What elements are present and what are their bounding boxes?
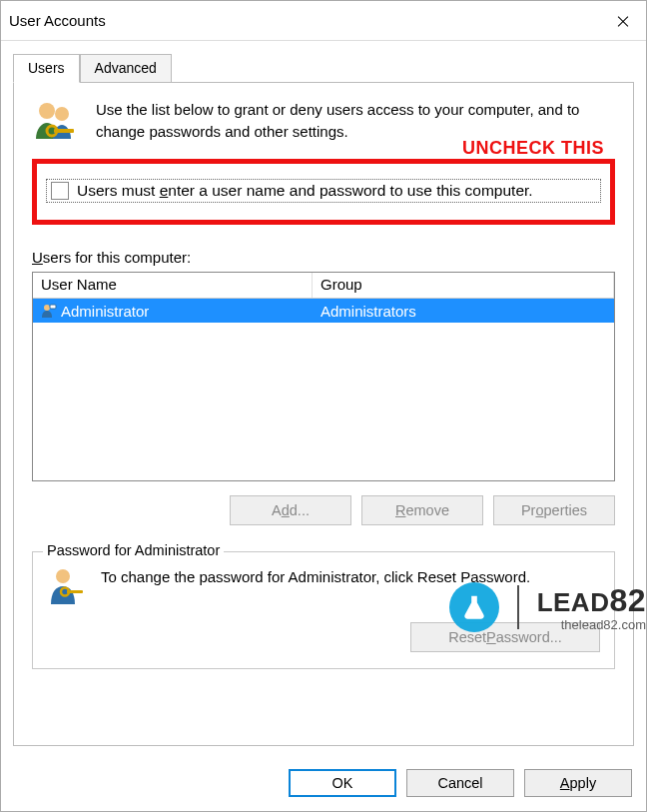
annotation-highlight: UNCHECK THIS Users must enter a user nam… (32, 159, 615, 225)
users-for-computer-label: Users for this computer: (32, 249, 615, 266)
svg-point-0 (39, 103, 55, 119)
close-icon[interactable] (600, 1, 646, 41)
user-buttons-row: Add... Remove Properties (32, 495, 615, 525)
remove-user-button[interactable]: Remove (361, 495, 483, 525)
dialog-footer: OK Cancel Apply (289, 769, 632, 797)
tab-advanced[interactable]: Advanced (80, 54, 172, 82)
user-key-icon (47, 566, 87, 606)
annotation-label: UNCHECK THIS (462, 138, 604, 159)
tab-users-label: Users (28, 60, 65, 76)
list-item[interactable]: Administrator Administrators (33, 299, 614, 323)
password-groupbox: Password for Administrator To change the… (32, 551, 615, 669)
must-enter-password-row[interactable]: Users must enter a user name and passwor… (47, 180, 600, 202)
tab-row: Users Advanced (13, 53, 634, 83)
column-header-username[interactable]: User Name (33, 273, 313, 298)
password-groupbox-legend: Password for Administrator (43, 542, 224, 558)
reset-password-button[interactable]: Reset Password... (410, 622, 600, 652)
users-listview[interactable]: User Name Group (32, 272, 615, 481)
svg-rect-5 (50, 305, 56, 309)
listview-header[interactable]: User Name Group (33, 273, 614, 299)
must-enter-password-label: Users must enter a user name and passwor… (77, 182, 533, 200)
ok-button[interactable]: OK (289, 769, 396, 797)
window-title: User Accounts (9, 12, 106, 29)
password-instruction-text: To change the password for Administrator… (101, 566, 530, 606)
list-item-group: Administrators (313, 303, 614, 320)
cancel-button[interactable]: Cancel (406, 769, 514, 797)
list-item-username: Administrator (33, 303, 313, 320)
user-accounts-dialog: User Accounts Users Advanced (0, 0, 647, 812)
user-admin-icon (41, 303, 57, 319)
client-area: Users Advanced Use the lis (1, 41, 646, 746)
svg-point-6 (56, 569, 70, 583)
users-keys-icon (32, 99, 80, 147)
titlebar: User Accounts (1, 1, 646, 41)
tab-advanced-label: Advanced (95, 60, 157, 76)
apply-button[interactable]: Apply (524, 769, 632, 797)
svg-point-1 (55, 107, 69, 121)
svg-point-4 (44, 305, 50, 311)
column-header-group[interactable]: Group (313, 273, 614, 298)
properties-button[interactable]: Properties (493, 495, 615, 525)
add-user-button[interactable]: Add... (230, 495, 351, 525)
must-enter-password-checkbox[interactable] (51, 182, 69, 200)
tab-users[interactable]: Users (13, 54, 80, 83)
tab-panel-users: Use the list below to grant or deny user… (13, 83, 634, 746)
